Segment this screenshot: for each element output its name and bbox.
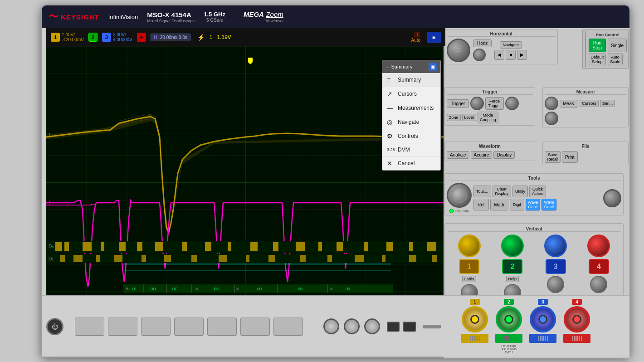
measure-cursors-button[interactable]: Cursors bbox=[580, 100, 599, 107]
nav-right-button[interactable]: ▶ bbox=[517, 50, 527, 60]
ch3-pos-knob[interactable] bbox=[547, 276, 564, 293]
trigger-buttons: Trigger Force Trigger Zone Level Mode Co… bbox=[447, 97, 533, 123]
svg-text:0D: 0D bbox=[151, 287, 156, 291]
force-trigger-button[interactable]: Force Trigger bbox=[485, 97, 503, 110]
ch1-button[interactable]: 1 bbox=[459, 259, 479, 274]
probe-conn-3[interactable] bbox=[364, 318, 380, 334]
softkey-3[interactable] bbox=[141, 318, 171, 336]
ch4-pos-knob[interactable] bbox=[590, 276, 607, 293]
measurements-icon: — bbox=[387, 104, 394, 112]
ch4-indicator[interactable]: 4 bbox=[137, 33, 146, 42]
dropdown-item-dvm[interactable]: 3.28 DVM bbox=[382, 143, 440, 157]
touch-button[interactable]: Touc... bbox=[473, 186, 491, 197]
trigger-button[interactable]: Trigger bbox=[447, 99, 469, 108]
clear-display-button[interactable]: ClearDisplay bbox=[493, 186, 512, 197]
svg-text:03: 03 bbox=[214, 287, 219, 291]
ch4-scale-knob[interactable] bbox=[587, 235, 610, 257]
search-knob[interactable] bbox=[473, 49, 486, 61]
utility-button[interactable]: Utility bbox=[512, 186, 528, 197]
svg-rect-24 bbox=[337, 242, 343, 251]
nav-left-button[interactable]: ◀ bbox=[494, 50, 504, 60]
tools-main-knob[interactable] bbox=[447, 183, 472, 208]
zone-button[interactable]: Zone bbox=[447, 114, 461, 121]
svg-text:D₁: D₁ bbox=[49, 256, 54, 261]
dropdown-item-controls[interactable]: ⚙ Controls bbox=[382, 129, 440, 143]
dropdown-item-cancel[interactable]: ✕ Cancel bbox=[382, 157, 440, 170]
quick-action-button[interactable]: Quick Action bbox=[529, 186, 546, 197]
run-stop-button[interactable]: Run Stop bbox=[589, 39, 606, 52]
save-recall-button[interactable]: Save Recall bbox=[545, 151, 561, 163]
softkey-2[interactable] bbox=[108, 318, 137, 336]
nav-stop-button[interactable]: ■ bbox=[506, 50, 516, 60]
softkey-7[interactable] bbox=[273, 318, 303, 336]
softkey-6[interactable] bbox=[240, 318, 270, 336]
ch3-button[interactable]: 3 bbox=[546, 259, 566, 274]
ref-button[interactable]: Ref bbox=[473, 199, 489, 210]
tools-right-knob[interactable] bbox=[603, 189, 621, 207]
wave-gen2-button[interactable]: Wave Gen2 bbox=[542, 199, 556, 210]
probe-conn-2[interactable] bbox=[344, 318, 360, 334]
print-button[interactable]: Print bbox=[562, 151, 578, 163]
softkey-5[interactable] bbox=[207, 318, 237, 336]
ch3-indicator[interactable]: 3 2.00V/ 4.00000V bbox=[102, 32, 132, 42]
auto-scale-button[interactable]: Auto Scale bbox=[608, 54, 623, 65]
navigate-icon: ◎ bbox=[387, 118, 394, 126]
trigger-knob[interactable] bbox=[470, 97, 484, 110]
dropdown-item-measurements[interactable]: — Measurements bbox=[382, 101, 440, 115]
ch3-bnc-port[interactable] bbox=[530, 306, 556, 333]
ch1-bnc-port[interactable] bbox=[462, 306, 488, 333]
ch2-bnc-inner bbox=[504, 315, 513, 324]
ch2-scale-knob[interactable] bbox=[501, 235, 524, 257]
ch2-button[interactable]: 2 bbox=[502, 259, 522, 274]
meas-button[interactable]: Meas. bbox=[560, 100, 578, 108]
mode-coupling-button[interactable]: Mode Coupling bbox=[478, 112, 498, 123]
tools-inner-knob[interactable] bbox=[451, 187, 467, 203]
help-button[interactable]: Help bbox=[506, 276, 519, 282]
trigger-knob2[interactable] bbox=[505, 97, 519, 110]
svg-rect-42 bbox=[327, 255, 332, 262]
ch2-indicator[interactable]: 2 bbox=[88, 33, 98, 42]
ch1-scale-knob[interactable] bbox=[458, 235, 481, 257]
horizontal-knob[interactable] bbox=[447, 39, 470, 62]
math-button[interactable]: Math bbox=[490, 199, 508, 210]
acquire-button[interactable]: Acquire bbox=[471, 151, 493, 159]
default-setup-button[interactable]: Default Setup bbox=[589, 54, 606, 65]
display-button[interactable]: Display bbox=[493, 151, 515, 159]
wave-gen1-button[interactable]: Wave Gen1 bbox=[526, 199, 541, 210]
probe-conn-1[interactable] bbox=[323, 318, 339, 334]
ch3-volts: 2.00V/ bbox=[113, 32, 132, 37]
digit-button[interactable]: Digit bbox=[510, 199, 524, 210]
navigate-button[interactable]: Navigate bbox=[500, 41, 522, 49]
run-control-title: Run Control bbox=[589, 33, 627, 37]
ch3-connector-label: 3 bbox=[538, 299, 548, 305]
h-timebase-indicator[interactable]: H 20.00ns/ 0.0s bbox=[151, 34, 190, 41]
usb-port-1[interactable] bbox=[387, 322, 400, 332]
ch4-bnc-port[interactable] bbox=[564, 306, 590, 333]
dropdown-item-navigate[interactable]: ◎ Navigate bbox=[382, 115, 440, 129]
power-button[interactable]: ⏻ bbox=[46, 318, 63, 335]
svg-rect-26 bbox=[386, 242, 393, 251]
ch1-indicator[interactable]: 1 1.40V/ -420.00mV bbox=[51, 32, 84, 42]
ch3-scale-knob[interactable] bbox=[544, 235, 567, 257]
usb-port-2[interactable] bbox=[403, 322, 416, 332]
level-button[interactable]: Level bbox=[462, 114, 477, 121]
ch1-connector-base bbox=[461, 334, 488, 343]
softkey-1[interactable] bbox=[75, 318, 104, 336]
series-name: InfiniiVision bbox=[108, 14, 138, 20]
power-area: ⏻ bbox=[46, 318, 63, 335]
labels-button[interactable]: Labls bbox=[462, 276, 477, 282]
horiz-button[interactable]: Horiz bbox=[473, 39, 492, 47]
ch2-bnc-port[interactable] bbox=[496, 306, 522, 333]
measure-seri-button[interactable]: Seri... bbox=[600, 100, 615, 107]
svg-rect-34 bbox=[114, 255, 122, 262]
ch4-button[interactable]: 4 bbox=[589, 259, 609, 274]
dropdown-item-cursors[interactable]: ↗ Cursors bbox=[382, 87, 440, 101]
analyze-button[interactable]: Analyze bbox=[447, 151, 469, 159]
single-button[interactable]: Single bbox=[608, 39, 627, 52]
zoom-text: Zoom bbox=[266, 10, 283, 18]
measure-knob[interactable] bbox=[545, 97, 558, 110]
screen-icon[interactable]: ▣ bbox=[427, 32, 441, 43]
measure-knob2[interactable] bbox=[545, 112, 558, 125]
dropdown-item-summary[interactable]: ≡ Summary bbox=[382, 73, 440, 87]
softkey-4[interactable] bbox=[174, 318, 204, 336]
